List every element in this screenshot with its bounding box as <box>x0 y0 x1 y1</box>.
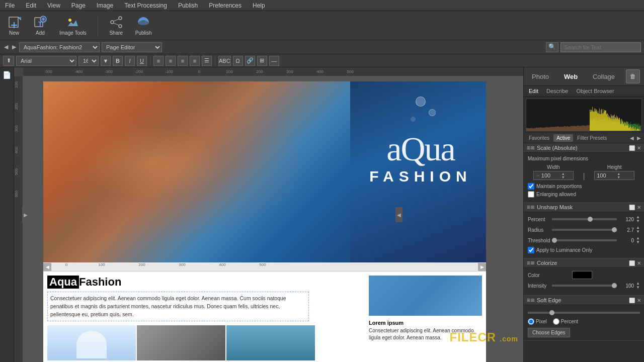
scale-expand-icon[interactable]: ⬜ <box>629 145 635 151</box>
tab-web[interactable]: Web <box>560 72 582 81</box>
filter-tab-favorites[interactable]: Favorites <box>526 134 552 142</box>
menu-publish[interactable]: Publish <box>176 1 200 10</box>
colorize-title: Colorize <box>537 260 557 266</box>
align-justify-button[interactable]: ≡ <box>190 56 200 66</box>
menu-image[interactable]: Image <box>95 1 115 10</box>
colorize-icon: ⊞⊠ <box>527 260 535 265</box>
scale-close-icon[interactable]: ✕ <box>637 145 641 151</box>
menu-text-processing[interactable]: Text Processing <box>122 1 169 10</box>
link-button[interactable]: 🔗 <box>245 56 255 66</box>
subtab-object-browser[interactable]: Object Browser <box>574 87 616 95</box>
menu-file[interactable]: File <box>3 1 17 10</box>
menu-edit[interactable]: Edit <box>24 1 38 10</box>
threshold-down[interactable]: ▼ <box>636 240 640 244</box>
size-down-button[interactable]: ▼ <box>101 56 111 66</box>
italic-button[interactable]: I <box>125 56 135 66</box>
threshold-slider[interactable] <box>552 239 617 241</box>
menu-help[interactable]: Help <box>251 1 267 10</box>
tab-collage[interactable]: Collage <box>589 72 619 81</box>
underline-button[interactable]: U <box>137 56 147 66</box>
colorize-expand-icon[interactable]: ⬜ <box>629 260 635 266</box>
font-selector[interactable]: Arial <box>16 56 76 66</box>
apply-luminance-checkbox[interactable] <box>528 247 534 253</box>
unsharp-expand-icon[interactable]: ⬜ <box>629 205 635 210</box>
menu-page[interactable]: Page <box>69 1 88 10</box>
svg-point-12 <box>119 17 122 20</box>
align-left-button[interactable]: ≡ <box>153 56 164 66</box>
search-button[interactable]: 🔍 <box>546 42 558 52</box>
mode-selector[interactable]: Page Editor <box>102 42 162 52</box>
unsharp-title: Unsharp Mask <box>537 204 573 210</box>
intensity-down[interactable]: ▼ <box>636 286 640 290</box>
add-button[interactable]: T Add <box>30 13 50 38</box>
new-button[interactable]: New <box>4 13 24 38</box>
toolbar2: ◀ ▶ AquaFashion: Fashion2 Page Editor 🔍 <box>0 40 644 54</box>
image-tools-icon <box>66 15 80 29</box>
subtab-describe[interactable]: Describe <box>544 87 570 95</box>
colorize-close-icon[interactable]: ✕ <box>637 260 641 266</box>
ruler-tick: 0 <box>184 69 214 74</box>
align-center-button[interactable]: ≡ <box>166 56 176 66</box>
height-down-button[interactable]: ▼ <box>617 175 620 179</box>
char-map-button[interactable]: Ω <box>233 56 243 66</box>
share-button[interactable]: Share <box>106 13 126 38</box>
ruler-tick: 500 <box>335 69 365 74</box>
trash-button[interactable]: 🗑 <box>626 69 640 83</box>
search-input[interactable] <box>560 42 641 52</box>
nav-back-button[interactable]: ◀ <box>3 43 9 51</box>
trash-icon: 🗑 <box>630 73 636 80</box>
width-up-button[interactable]: ▲ <box>561 172 565 175</box>
ruler-left-tick: 600 <box>14 191 23 197</box>
filter-tab-presets[interactable]: Filter Presets <box>574 134 610 142</box>
unsharp-icon: ⊞⊠ <box>527 205 535 210</box>
soft-edge-slider[interactable] <box>528 312 640 314</box>
list-button[interactable]: ☰ <box>202 56 212 66</box>
align-right-button[interactable]: ≡ <box>178 56 188 66</box>
font-size-selector[interactable]: 16 <box>78 56 99 66</box>
expand-left-button[interactable]: ▶ <box>22 207 29 222</box>
scroll-right-button[interactable]: ▶ <box>478 263 486 271</box>
filter-nav-left[interactable]: ◀ <box>629 134 635 142</box>
maintain-proportions-checkbox[interactable] <box>528 183 534 190</box>
soft-edge-expand-icon[interactable]: ⬜ <box>629 298 635 303</box>
radius-slider[interactable] <box>552 229 617 231</box>
choose-edges-button[interactable]: Choose Edges <box>528 328 570 337</box>
width-input[interactable] <box>541 172 561 178</box>
scroll-left-button[interactable]: ◀ <box>43 263 51 271</box>
portrait-image <box>369 276 482 316</box>
publish-button[interactable]: Publish <box>132 13 155 38</box>
percent-radio[interactable] <box>553 318 559 325</box>
percent-down[interactable]: ▼ <box>636 219 640 223</box>
page-selector[interactable]: AquaFashion: Fashion2 <box>19 42 100 52</box>
svg-marker-2 <box>18 17 21 20</box>
intensity-value: 100 <box>619 283 634 289</box>
page-title-row: Aqua Fashion <box>47 276 364 289</box>
intensity-slider[interactable] <box>552 285 617 287</box>
svg-point-16 <box>138 20 149 25</box>
expand-right-button[interactable]: ◀ <box>395 207 403 222</box>
menu-preferences[interactable]: Preferences <box>207 1 244 10</box>
pixel-radio[interactable] <box>528 318 534 325</box>
height-input[interactable] <box>597 172 617 178</box>
left-strip-icon1[interactable]: 📄 <box>1 69 13 80</box>
radius-down[interactable]: ▼ <box>636 230 640 234</box>
soft-edge-close-icon[interactable]: ✕ <box>637 298 641 303</box>
spell-check-button[interactable]: ABC <box>218 56 231 66</box>
upload-button[interactable]: ⬆ <box>3 56 14 66</box>
bold-button[interactable]: B <box>113 56 123 66</box>
tab-photo[interactable]: Photo <box>528 72 553 81</box>
unsharp-close-icon[interactable]: ✕ <box>637 205 641 210</box>
height-up-button[interactable]: ▲ <box>617 172 620 175</box>
filter-tab-active[interactable]: Active <box>553 134 573 142</box>
menu-view[interactable]: View <box>45 1 62 10</box>
text-extra1-button[interactable]: ⊞ <box>257 56 267 66</box>
nav-forward-button[interactable]: ▶ <box>11 43 17 51</box>
width-down-button[interactable]: ▼ <box>561 175 565 179</box>
enlarging-allowed-checkbox[interactable] <box>528 191 534 198</box>
subtab-edit[interactable]: Edit <box>527 87 540 95</box>
text-extra2-button[interactable]: — <box>269 56 279 66</box>
color-swatch[interactable] <box>572 271 592 279</box>
image-tools-button[interactable]: Image Tools <box>56 13 90 38</box>
percent-slider[interactable] <box>552 218 617 220</box>
filter-nav-right[interactable]: ▶ <box>636 134 642 142</box>
